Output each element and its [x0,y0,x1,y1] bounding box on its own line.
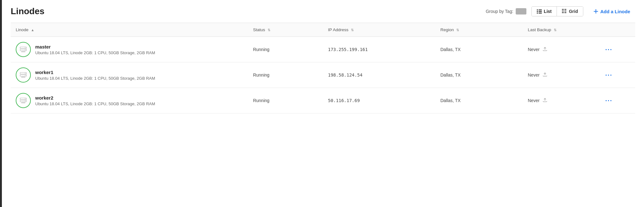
region-text-0: Dallas, TX [440,47,460,52]
linode-name-2: worker2 [35,95,155,101]
svg-point-19 [25,73,25,74]
server-icon [19,45,28,54]
backup-text-0: Never [528,47,540,52]
list-icon [537,9,542,14]
svg-rect-21 [21,77,25,78]
ip-cell-2: 50.116.17.69 [323,88,435,113]
svg-rect-4 [537,13,538,14]
region-sort-icon: ⇅ [456,28,459,32]
backup-text-2: Never [528,98,540,103]
more-button-2[interactable]: ··· [603,96,615,106]
ip-cell-0: 173.255.199.161 [323,37,435,62]
backup-sort-icon: ⇅ [554,28,557,32]
col-header-linode[interactable]: Linode ▲ [11,23,248,37]
svg-rect-6 [562,9,564,11]
linode-cell-0: master Ubuntu 18.04 LTS, Linode 2GB: 1 C… [11,37,248,62]
group-by-tag-label: Group by Tag: [486,9,514,14]
ip-sort-icon: ⇅ [351,28,354,32]
region-text-2: Dallas, TX [440,98,460,103]
linode-icon-1 [16,67,31,83]
svg-rect-0 [537,9,538,10]
group-by-tag: Group by Tag: [486,8,527,14]
col-header-actions [598,23,635,37]
status-text-1: Running [253,72,269,78]
svg-rect-1 [539,9,542,10]
actions-cell-0: ··· [598,37,635,62]
actions-cell-1: ··· [598,62,635,88]
backup-text-1: Never [528,72,540,78]
col-header-backup[interactable]: Last Backup ⇅ [523,23,598,37]
svg-rect-26 [21,102,25,103]
svg-point-14 [25,48,25,48]
page-header: Linodes Group by Tag: [11,6,635,16]
list-view-button[interactable]: List [532,7,557,16]
add-linode-label: Add a Linode [600,9,630,14]
backup-upload-icon-2 [542,97,548,104]
more-button-0[interactable]: ··· [603,45,615,55]
region-cell-0: Dallas, TX [435,37,523,62]
view-toggle: List Grid [531,6,583,16]
ip-address-1: 198.58.124.54 [328,72,363,78]
backup-cell-1: Never [523,62,598,88]
linode-name-0: master [35,44,155,49]
plus-icon [593,9,598,14]
svg-rect-8 [562,11,564,13]
page-title: Linodes [11,6,44,16]
backup-upload-icon-0 [542,46,548,53]
linodes-table: Linode ▲ Status ⇅ IP Address ⇅ Region ⇅ [11,23,635,113]
col-header-ip[interactable]: IP Address ⇅ [323,23,435,37]
sidebar-accent [0,0,2,207]
linode-spec-0: Ubuntu 18.04 LTS, Linode 2GB: 1 CPU, 50G… [35,50,155,55]
ip-address-0: 173.255.199.161 [328,47,368,52]
server-icon [19,96,28,105]
svg-rect-11 [594,11,598,12]
server-icon [19,71,28,79]
table-row: worker1 Ubuntu 18.04 LTS, Linode 2GB: 1 … [11,62,635,88]
backup-cell-0: Never [523,37,598,62]
svg-rect-5 [539,13,542,14]
linode-sort-icon: ▲ [31,28,34,32]
svg-rect-7 [564,9,566,11]
linode-spec-2: Ubuntu 18.04 LTS, Linode 2GB: 1 CPU, 50G… [35,101,155,106]
grid-icon [562,9,567,14]
linode-name-1: worker1 [35,70,155,75]
status-text-2: Running [253,98,269,103]
main-content: Linodes Group by Tag: [2,0,644,120]
status-cell-1: Running [248,62,323,88]
ip-address-2: 50.116.17.69 [328,98,360,103]
tag-toggle[interactable] [516,8,526,14]
region-text-1: Dallas, TX [440,72,460,78]
linode-icon-2 [16,93,31,108]
add-linode-button[interactable]: Add a Linode [588,7,635,16]
linode-info-1: worker1 Ubuntu 18.04 LTS, Linode 2GB: 1 … [35,70,155,81]
linode-icon-0 [16,42,31,57]
status-text-0: Running [253,47,269,52]
linode-info-0: master Ubuntu 18.04 LTS, Linode 2GB: 1 C… [35,44,155,55]
grid-view-button[interactable]: Grid [557,7,583,16]
grid-view-label: Grid [569,9,578,14]
svg-rect-3 [539,11,542,12]
region-cell-2: Dallas, TX [435,88,523,113]
table-row: worker2 Ubuntu 18.04 LTS, Linode 2GB: 1 … [11,88,635,113]
list-view-label: List [544,9,552,14]
linode-cell-1: worker1 Ubuntu 18.04 LTS, Linode 2GB: 1 … [11,62,248,88]
backup-cell-2: Never [523,88,598,113]
ip-cell-1: 198.58.124.54 [323,62,435,88]
linode-info-2: worker2 Ubuntu 18.04 LTS, Linode 2GB: 1 … [35,95,155,106]
header-controls: Group by Tag: List [486,6,635,16]
region-cell-1: Dallas, TX [435,62,523,88]
page-wrapper: Linodes Group by Tag: [0,0,644,207]
col-header-status[interactable]: Status ⇅ [248,23,323,37]
table-row: master Ubuntu 18.04 LTS, Linode 2GB: 1 C… [11,37,635,62]
svg-rect-16 [21,51,25,52]
col-header-region[interactable]: Region ⇅ [435,23,523,37]
svg-point-25 [25,101,25,101]
svg-rect-9 [564,11,566,13]
backup-upload-icon-1 [542,72,548,78]
svg-rect-2 [537,11,538,12]
svg-point-15 [25,50,25,50]
linode-spec-1: Ubuntu 18.04 LTS, Linode 2GB: 1 CPU, 50G… [35,76,155,81]
more-button-1[interactable]: ··· [603,70,615,80]
svg-point-20 [25,75,25,76]
svg-point-24 [25,99,25,99]
